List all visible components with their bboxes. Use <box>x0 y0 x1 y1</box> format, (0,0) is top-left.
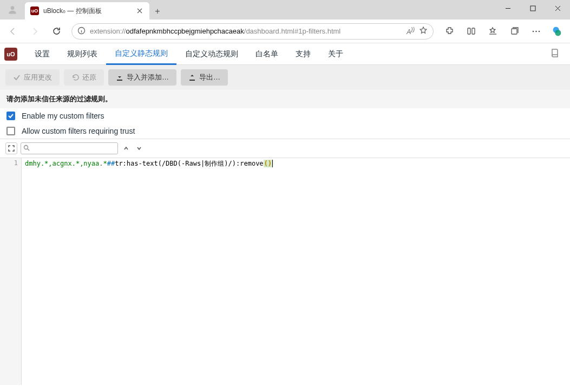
close-tab-button[interactable] <box>135 6 144 15</box>
fullscreen-toggle-button[interactable] <box>5 142 17 154</box>
split-screen-icon[interactable] <box>461 23 481 40</box>
tab-my-filters[interactable]: 自定义静态规则 <box>106 43 176 65</box>
favorite-icon[interactable] <box>419 26 428 36</box>
enable-filters-checkbox[interactable]: Enable my custom filters <box>0 108 570 123</box>
browser-tab[interactable]: uO uBlock₀ — 控制面板 <box>25 2 149 19</box>
editor-search-input[interactable] <box>21 142 118 154</box>
ublock-favicon-icon: uO <box>30 6 39 15</box>
tab-my-rules[interactable]: 自定义动态规则 <box>176 43 247 65</box>
ublock-logo-icon: uO <box>4 48 17 61</box>
favorites-bar-icon[interactable] <box>482 23 503 40</box>
export-button[interactable]: 导出… <box>181 69 228 86</box>
editor-gutter: 1 <box>0 158 22 385</box>
minimize-button[interactable] <box>495 0 520 16</box>
forward-button <box>25 23 44 40</box>
copilot-icon[interactable] <box>547 23 567 40</box>
tab-about[interactable]: 关于 <box>319 43 352 65</box>
url-text: extension://odfafepnkmbhccpbejgmiehpchac… <box>90 27 402 35</box>
tab-title: uBlock₀ — 控制面板 <box>43 6 131 16</box>
svg-rect-3 <box>468 28 470 34</box>
svg-rect-4 <box>472 28 475 34</box>
revert-button[interactable]: 还原 <box>64 69 104 86</box>
apply-changes-button[interactable]: 应用更改 <box>5 69 60 86</box>
new-tab-button[interactable]: + <box>149 3 166 19</box>
more-menu-icon[interactable] <box>526 23 546 40</box>
refresh-button[interactable] <box>47 23 66 40</box>
docs-icon[interactable] <box>544 48 566 60</box>
profile-button[interactable] <box>0 0 25 19</box>
svg-point-6 <box>532 30 534 32</box>
extensions-icon[interactable] <box>439 23 460 40</box>
back-button[interactable] <box>3 23 23 40</box>
svg-point-7 <box>535 30 537 32</box>
enable-filters-label: Enable my custom filters <box>22 112 104 120</box>
close-window-button[interactable] <box>545 0 570 16</box>
search-prev-button[interactable] <box>121 143 131 153</box>
reader-mode-icon[interactable]: A)) <box>407 27 415 36</box>
checkbox-checked-icon <box>6 112 15 120</box>
address-bar[interactable]: extension://odfafepnkmbhccpbejgmiehpchac… <box>71 23 434 40</box>
checkbox-unchecked-icon <box>6 127 15 135</box>
import-button[interactable]: 导入并添加… <box>108 69 176 86</box>
site-info-icon[interactable] <box>77 27 86 36</box>
editor-content[interactable]: dmhy.*,acgnx.*,nyaa.*##tr:has-text(/DBD(… <box>22 158 570 385</box>
collections-icon[interactable] <box>504 23 525 40</box>
tab-support[interactable]: 支持 <box>287 43 319 65</box>
tab-whitelist[interactable]: 白名单 <box>247 43 287 65</box>
svg-point-9 <box>24 146 28 149</box>
allow-trust-label: Allow custom filters requiring trust <box>22 127 135 135</box>
svg-rect-1 <box>530 6 535 11</box>
search-next-button[interactable] <box>134 143 144 153</box>
svg-rect-5 <box>512 29 517 34</box>
tab-settings[interactable]: 设置 <box>26 43 58 65</box>
svg-point-8 <box>538 30 540 32</box>
tab-filter-lists[interactable]: 规则列表 <box>58 43 106 65</box>
svg-point-0 <box>11 6 15 10</box>
filter-editor[interactable]: 1 dmhy.*,acgnx.*,nyaa.*##tr:has-text(/DB… <box>0 158 570 385</box>
warning-text: 请勿添加未信任来源的过滤规则。 <box>0 90 570 108</box>
maximize-button[interactable] <box>520 0 545 16</box>
allow-trust-checkbox[interactable]: Allow custom filters requiring trust <box>0 123 570 139</box>
